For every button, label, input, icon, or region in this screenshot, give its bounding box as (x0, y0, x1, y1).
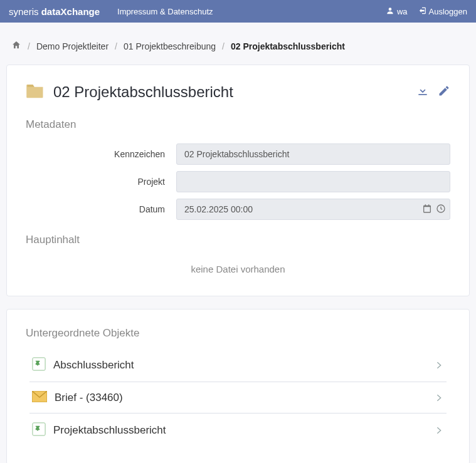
section-main-heading: Hauptinhalt (26, 234, 450, 246)
breadcrumb-current: 02 Projektabschlussbericht (231, 41, 345, 51)
child-item-label: Projektabschlussbericht (53, 424, 426, 437)
download-button[interactable] (416, 85, 429, 99)
kennzeichen-field[interactable]: 02 Projektabschlussbericht (176, 143, 450, 165)
detail-card: 02 Projektabschlussbericht Metadaten Ken… (6, 65, 470, 296)
home-icon (11, 42, 21, 52)
field-row-kennzeichen: Kennzeichen 02 Projektabschlussbericht (26, 143, 450, 165)
breadcrumb-home[interactable] (11, 40, 21, 52)
chevron-right-icon (434, 393, 444, 403)
kennzeichen-label: Kennzeichen (26, 149, 176, 159)
breadcrumb-sep: / (222, 41, 225, 51)
mail-icon (32, 391, 47, 404)
calendar-icon[interactable] (422, 204, 432, 216)
user-label: wa (397, 7, 408, 16)
datum-field[interactable]: 25.02.2025 00:00 (176, 199, 450, 220)
child-item-2[interactable]: Projektabschlussbericht (29, 414, 447, 447)
breadcrumb-sep: / (115, 41, 117, 51)
breadcrumb-item-1[interactable]: 01 Projektbeschreibung (124, 41, 216, 51)
folder-icon (26, 83, 45, 101)
puzzle-piece-icon (32, 357, 46, 373)
top-bar: syneris dataXchange Impressum & Datensch… (0, 0, 476, 23)
svg-point-0 (389, 8, 392, 11)
download-icon (416, 89, 429, 99)
datum-value: 25.02.2025 00:00 (184, 204, 253, 214)
logout-icon (418, 6, 426, 17)
breadcrumb-sep: / (28, 41, 30, 51)
page-title: 02 Projektabschlussbericht (53, 83, 408, 101)
edit-button[interactable] (438, 85, 450, 99)
projekt-field[interactable] (176, 171, 450, 192)
clock-icon[interactable] (436, 204, 446, 216)
logout-label: Ausloggen (429, 7, 467, 16)
child-item-0[interactable]: Abschlussbericht (29, 348, 447, 382)
no-file-text: keine Datei vorhanden (26, 264, 450, 274)
children-card: Untergeordnete Objekte Abschlussbericht … (6, 309, 470, 463)
datum-label: Datum (26, 204, 176, 214)
brand-bold: dataXchange (41, 6, 100, 17)
children-list: Abschlussbericht Brief - (33460) Projekt… (26, 348, 450, 447)
child-item-label: Abschlussbericht (53, 359, 426, 372)
logout-button[interactable]: Ausloggen (418, 6, 467, 17)
chevron-right-icon (434, 425, 444, 435)
kennzeichen-value: 02 Projektabschlussbericht (184, 149, 289, 159)
children-heading: Untergeordnete Objekte (26, 327, 450, 340)
breadcrumb-item-0[interactable]: Demo Projektleiter (36, 41, 108, 51)
section-metadata-heading: Metadaten (26, 118, 450, 131)
impressum-link[interactable]: Impressum & Datenschutz (117, 7, 213, 16)
field-row-projekt: Projekt (26, 171, 450, 192)
field-row-datum: Datum 25.02.2025 00:00 (26, 199, 450, 220)
puzzle-piece-icon (32, 422, 46, 438)
pencil-icon (438, 89, 450, 99)
user-menu[interactable]: wa (386, 6, 408, 17)
projekt-label: Projekt (26, 177, 176, 187)
breadcrumb: / Demo Projektleiter / 01 Projektbeschre… (6, 23, 470, 65)
child-item-label: Brief - (33460) (55, 392, 426, 404)
user-icon (386, 6, 394, 17)
brand-prefix: syneris (9, 6, 41, 17)
brand: syneris dataXchange (9, 6, 100, 17)
chevron-right-icon (434, 360, 444, 370)
child-item-1[interactable]: Brief - (33460) (29, 382, 447, 414)
